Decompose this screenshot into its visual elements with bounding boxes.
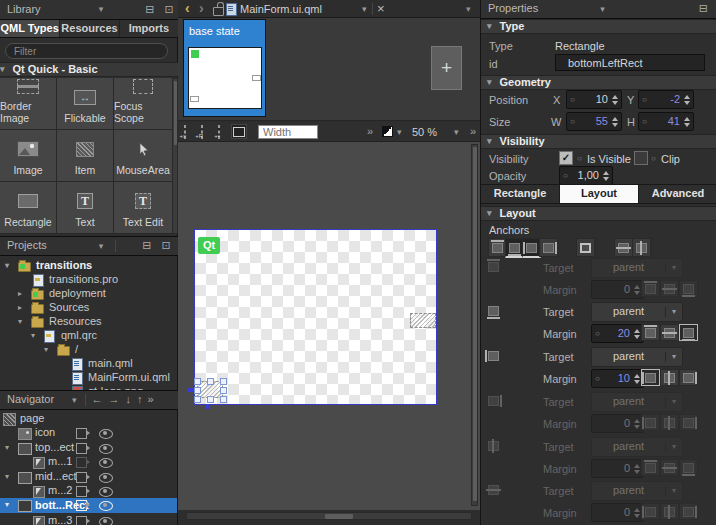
- align-right-button[interactable]: [679, 414, 698, 431]
- project-row-mainform-ui-qml[interactable]: MainForm.ui.qml: [0, 371, 177, 385]
- selection-handle[interactable]: [194, 378, 201, 385]
- binding-indicator-icon[interactable]: ○: [577, 154, 582, 164]
- library-item-focus-scope[interactable]: Focus Scope: [114, 78, 172, 129]
- overflow-icon[interactable]: »: [148, 393, 154, 406]
- close-panel-icon[interactable]: ⊡: [164, 3, 173, 16]
- library-item-text-edit[interactable]: T Text Edit: [114, 182, 172, 233]
- binding-indicator-icon[interactable]: ○: [563, 171, 568, 181]
- document-dropdown-icon[interactable]: ▾: [362, 4, 367, 15]
- library-item-rectangle[interactable]: Rectangle: [0, 182, 56, 233]
- show-bounding-rects-button[interactable]: [231, 124, 247, 139]
- zoom-level[interactable]: 50 %: [412, 126, 437, 139]
- navigator-dropdown-icon[interactable]: ▾: [72, 395, 77, 406]
- selection-handle[interactable]: [194, 387, 201, 394]
- close-document-icon[interactable]: ×: [377, 1, 385, 17]
- margin-spinbox[interactable]: ○ 10: [591, 369, 644, 388]
- expand-icon[interactable]: ▾: [5, 261, 9, 271]
- section-layout[interactable]: ▾ Layout: [481, 206, 716, 221]
- move-up-icon[interactable]: ↑: [137, 393, 143, 406]
- binding-indicator-icon[interactable]: ○: [595, 329, 600, 339]
- align-bottom-button[interactable]: [679, 324, 698, 341]
- x-spinbox[interactable]: ○ 10: [566, 90, 622, 109]
- library-item-mousearea[interactable]: MouseArea: [114, 130, 172, 181]
- navigator-row-mid-rect[interactable]: ▾ mid...ect: [0, 470, 177, 484]
- margin-spinbox[interactable]: 0: [591, 414, 644, 433]
- export-toggle-icon[interactable]: [76, 516, 87, 525]
- navigator-row-mousearea-3[interactable]: m...3: [0, 514, 177, 525]
- close-panel-icon[interactable]: ⊡: [162, 239, 171, 252]
- split-panel-icon[interactable]: ⊟: [142, 239, 151, 252]
- expand-icon[interactable]: ▾: [5, 443, 9, 453]
- align-top-button[interactable]: [641, 459, 660, 476]
- margin-spinbox[interactable]: ○ 20: [591, 324, 644, 343]
- selection-handle[interactable]: [194, 396, 201, 403]
- visibility-eye-icon[interactable]: [99, 444, 113, 454]
- align-left-button[interactable]: [641, 369, 660, 386]
- align-bottom-button[interactable]: [679, 280, 698, 297]
- visibility-eye-icon[interactable]: [99, 458, 113, 468]
- project-row-transitions[interactable]: ▾ transitions: [0, 259, 177, 273]
- target-select[interactable]: parent▾: [591, 437, 683, 457]
- navigator-row-top-rect[interactable]: ▾ top...ect: [0, 441, 177, 455]
- binding-indicator-icon[interactable]: ○: [595, 374, 600, 384]
- y-spinbox[interactable]: ○ -2: [638, 90, 694, 109]
- lock-icon[interactable]: [213, 7, 224, 16]
- project-row-main-qml[interactable]: main.qml: [0, 357, 177, 371]
- align-vcenter-button[interactable]: [660, 324, 679, 341]
- selection-handle[interactable]: [220, 378, 227, 385]
- w-spinbox[interactable]: ○ 55: [566, 112, 622, 131]
- h-spinbox[interactable]: ○ 41: [638, 112, 694, 131]
- toolbar-overflow-icon[interactable]: »: [367, 125, 373, 138]
- anchor-right-button[interactable]: [539, 238, 558, 257]
- color-swatch-icon[interactable]: [382, 126, 393, 137]
- tab-resources[interactable]: Resources: [60, 20, 119, 37]
- navigator-row-icon[interactable]: icon: [0, 426, 177, 440]
- anchor-horizontal-center-button[interactable]: [614, 238, 633, 257]
- align-bottom-button[interactable]: [679, 459, 698, 476]
- align-right-button[interactable]: [679, 369, 698, 386]
- export-toggle-icon[interactable]: [76, 443, 87, 454]
- export-toggle-icon[interactable]: [76, 472, 87, 483]
- export-toggle-icon[interactable]: [76, 486, 87, 497]
- navigator-row-mousearea-1[interactable]: m...1: [0, 455, 177, 469]
- align-hcenter-button[interactable]: [660, 414, 679, 431]
- margin-spinbox[interactable]: 0: [591, 459, 644, 478]
- id-field[interactable]: [555, 54, 705, 71]
- width-field[interactable]: [258, 125, 318, 139]
- align-top-button[interactable]: [641, 324, 660, 341]
- export-toggle-icon[interactable]: [76, 500, 87, 511]
- add-state-button[interactable]: +: [431, 46, 462, 90]
- split-panel-icon[interactable]: ⊟: [699, 2, 708, 15]
- expand-icon[interactable]: ▾: [18, 317, 22, 327]
- zoom-dropdown-icon[interactable]: ▾: [454, 127, 459, 138]
- vertical-scrollbar[interactable]: [471, 144, 478, 506]
- project-row-deployment[interactable]: ▸ deployment: [0, 287, 177, 301]
- canvas-viewport[interactable]: Qt: [178, 142, 480, 510]
- expand-icon[interactable]: ▾: [44, 345, 48, 355]
- library-item-item[interactable]: Item: [57, 130, 113, 181]
- expand-icon[interactable]: ▸: [18, 303, 22, 313]
- project-row-sources[interactable]: ▸ Sources: [0, 301, 177, 315]
- visibility-eye-icon[interactable]: [99, 487, 113, 497]
- anchor-fill-button[interactable]: [576, 238, 595, 257]
- opacity-spinbox[interactable]: ○ 1,00: [559, 166, 613, 185]
- align-hcenter-button[interactable]: [660, 369, 679, 386]
- align-top-button[interactable]: [641, 280, 660, 297]
- tab-imports[interactable]: Imports: [120, 20, 178, 37]
- project-row-resources[interactable]: ▾ Resources: [0, 315, 177, 329]
- target-select[interactable]: parent▾: [591, 392, 683, 412]
- tab-rectangle[interactable]: Rectangle: [481, 185, 560, 203]
- selection-handle[interactable]: [207, 378, 214, 385]
- tab-qml-types[interactable]: QML Types: [0, 20, 60, 37]
- snap-anchors-icon[interactable]: +R: [201, 125, 203, 139]
- project-row-qml-qrc[interactable]: ▾ qml.qrc: [0, 329, 177, 343]
- is-visible-checkbox[interactable]: ✓: [559, 151, 573, 165]
- library-item-border-image[interactable]: Border Image: [0, 78, 56, 129]
- section-type[interactable]: ▾ Type: [481, 19, 716, 34]
- binding-indicator-icon[interactable]: ○: [570, 117, 575, 127]
- binding-indicator-icon[interactable]: ○: [651, 154, 656, 164]
- align-left-button[interactable]: [641, 414, 660, 431]
- visibility-eye-icon[interactable]: [99, 517, 113, 525]
- middle-right-rect[interactable]: [410, 313, 436, 328]
- editor-split-dropdown-icon[interactable]: ▾: [466, 4, 471, 15]
